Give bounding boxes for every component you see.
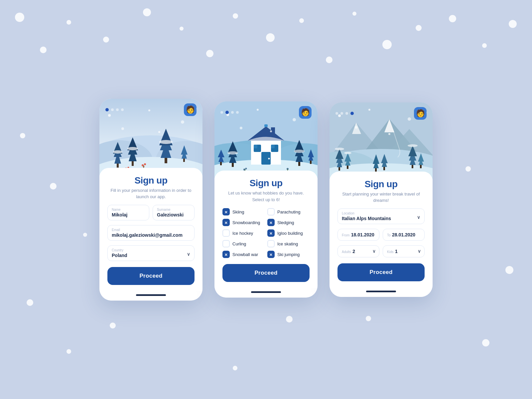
snow-dot [110, 323, 116, 329]
snow-dot [50, 183, 57, 190]
hobby-checkbox[interactable] [267, 229, 275, 237]
email-field[interactable]: Email mikolaj.galeziowski@gmail.com [107, 225, 195, 241]
svg-point-49 [268, 158, 270, 160]
svg-point-75 [270, 130, 272, 132]
avatar-button-1[interactable]: 🧑 [184, 103, 197, 116]
avatar-icon-2: 🧑 [301, 109, 310, 116]
hobby-item: Ice skating [267, 240, 310, 247]
svg-rect-100 [412, 165, 413, 168]
hobby-checkbox[interactable] [222, 240, 230, 247]
snow-dot [352, 12, 356, 16]
screen-1-title: Sign up [107, 175, 195, 186]
svg-rect-18 [183, 159, 185, 162]
avatar-icon-3: 🧑 [416, 110, 425, 117]
date-row: From 18.01.2020 To 28.01.2020 [337, 229, 425, 241]
snow-dot [20, 133, 25, 138]
adults-value: 2 [352, 249, 355, 254]
kids-label: Kids [387, 250, 393, 254]
hobby-label: Parachuting [277, 209, 300, 214]
proceed-button-2[interactable]: Proceed [222, 264, 310, 282]
adults-label: Adults [342, 250, 351, 254]
hobby-item: Curling [222, 240, 265, 247]
screens-wrapper: 🧑 Sign up Fill in your personal informat… [99, 99, 433, 301]
avatar-button-3[interactable]: 🧑 [414, 107, 427, 120]
hobby-checkbox[interactable] [267, 251, 275, 258]
snow-dot [266, 33, 275, 42]
hobby-label: Ski jumping [277, 252, 300, 257]
svg-point-65 [227, 151, 238, 155]
svg-rect-91 [338, 167, 340, 171]
snow-dot [233, 13, 238, 19]
svg-rect-64 [310, 161, 312, 164]
screen-3-card: 🧑 Sign up Start planning your winter bre… [330, 102, 433, 297]
top-bar-3: 🧑 [330, 102, 433, 122]
svg-point-76 [240, 127, 242, 129]
svg-point-104 [408, 144, 418, 147]
hobby-item: Parachuting [267, 208, 310, 215]
hobbies-grid: SkiingParachutingSnowboardingSledgingIce… [222, 208, 310, 258]
dots-nav-2 [220, 111, 239, 114]
from-field[interactable]: From 18.01.2020 [337, 229, 379, 241]
svg-point-115 [355, 126, 357, 129]
dot-2-4 [236, 111, 239, 114]
snow-dot [66, 20, 71, 25]
hobby-label: Ice hockey [232, 231, 253, 236]
svg-rect-46 [254, 145, 257, 148]
svg-rect-110 [383, 167, 385, 170]
snow-dot [40, 47, 47, 53]
hobby-item: Skiing [222, 208, 265, 215]
kids-chevron-icon: ∨ [418, 248, 421, 254]
content-area-3: Sign up Start planning your winter break… [330, 172, 433, 287]
snow-dot [206, 50, 213, 57]
from-value: 18.01.2020 [351, 232, 374, 237]
to-field[interactable]: To 28.01.2020 [383, 229, 425, 241]
hobby-checkbox[interactable] [267, 208, 275, 215]
proceed-button-1[interactable]: Proceed [107, 267, 195, 285]
hobby-checkbox[interactable] [222, 251, 230, 258]
hobby-label: Sledging [277, 220, 294, 225]
svg-rect-57 [220, 162, 222, 165]
svg-rect-15 [165, 158, 167, 163]
kids-field[interactable]: Kids 1 ∨ [383, 245, 425, 257]
surname-field[interactable]: Surname Galeziowski [153, 205, 195, 220]
email-value: mikolaj.galeziowski@gmail.com [112, 232, 190, 238]
hobby-checkbox[interactable] [222, 229, 230, 237]
country-value: Poland [112, 253, 190, 258]
name-row: Name Mikolaj Surname Galeziowski [107, 205, 195, 220]
screen-2-subtitle: Let us know what hobbies do you have. Se… [222, 190, 310, 203]
dot-2-active [225, 111, 229, 114]
svg-rect-50 [264, 124, 268, 127]
svg-point-32 [158, 131, 160, 133]
name-label: Name [112, 208, 145, 211]
location-field[interactable]: Location Italian Alps Mountains ∨ [337, 208, 425, 224]
hobby-item: Snowboarding [222, 219, 265, 226]
hobby-item: Snowball war [222, 251, 265, 258]
hobby-checkbox[interactable] [222, 219, 230, 226]
snow-dot [103, 37, 109, 43]
screen-3-title: Sign up [337, 179, 425, 190]
snow-dot [326, 57, 332, 63]
dot-2-3 [231, 111, 234, 114]
dot-3-3 [345, 112, 348, 115]
name-field[interactable]: Name Mikolaj [107, 205, 149, 220]
hobby-checkbox[interactable] [267, 219, 275, 226]
proceed-button-3[interactable]: Proceed [337, 263, 425, 281]
email-label: Email [112, 228, 190, 232]
location-value: Italian Alps Mountains [342, 216, 420, 221]
svg-rect-47 [271, 145, 275, 148]
country-chevron-icon: ∨ [187, 251, 190, 257]
dot-1-3 [116, 108, 119, 111]
content-area-2: Sign up Let us know what hobbies do you … [214, 171, 318, 288]
hobby-label: Snowball war [232, 252, 258, 257]
svg-point-21 [159, 140, 173, 144]
hobby-label: Curling [232, 241, 246, 246]
avatar-button-2[interactable]: 🧑 [299, 106, 312, 119]
top-bar-2: 🧑 [214, 101, 318, 121]
hobby-checkbox[interactable] [267, 240, 275, 247]
country-field[interactable]: Country Poland ∨ [107, 245, 195, 261]
adults-field[interactable]: Adults 2 ∨ [337, 245, 379, 257]
svg-point-95 [335, 148, 344, 150]
snow-dot [66, 349, 71, 354]
hobby-checkbox[interactable] [222, 208, 230, 215]
svg-point-114 [388, 133, 390, 135]
